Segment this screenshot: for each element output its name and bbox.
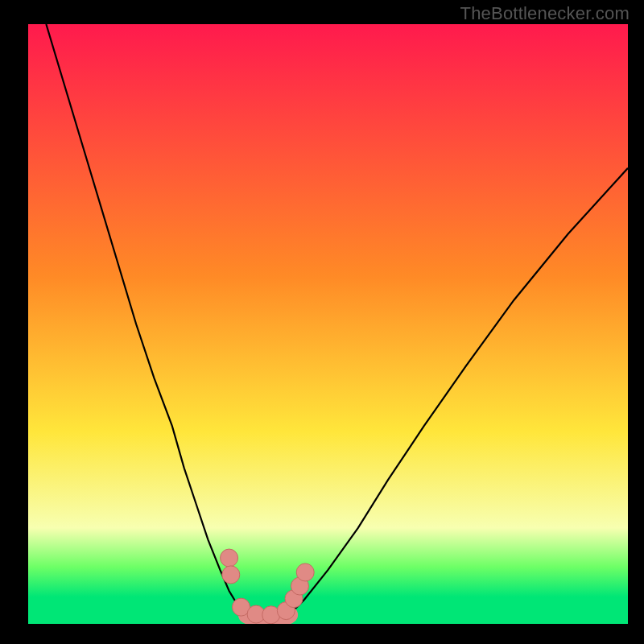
outer-frame: TheBottleneсker.com: [0, 0, 644, 644]
left-curve: [46, 24, 247, 615]
highlighted-points: [221, 549, 315, 624]
marker-dot: [296, 564, 314, 581]
curve-layer: [28, 24, 628, 624]
right-curve: [289, 168, 628, 615]
plot-area: [28, 24, 628, 624]
marker-dot: [222, 566, 240, 584]
watermark-text: TheBottleneсker.com: [460, 3, 630, 24]
marker-dot: [221, 549, 238, 567]
